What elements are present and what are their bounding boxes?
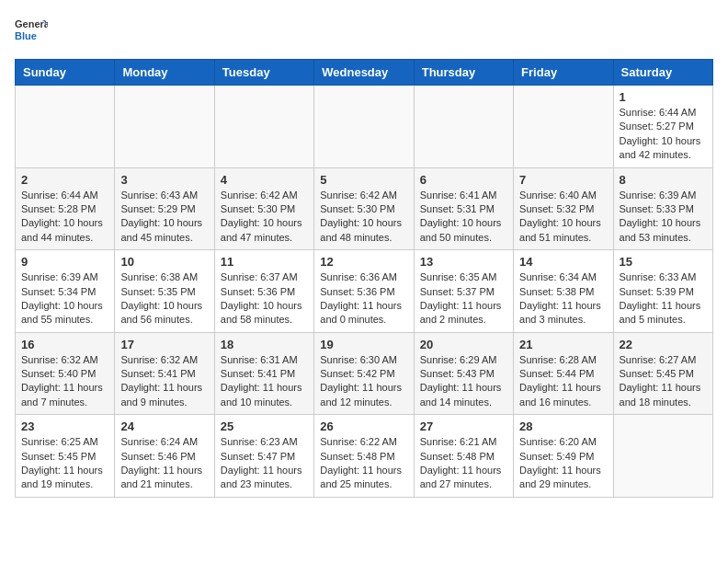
- weekday-header-friday: Friday: [514, 60, 613, 86]
- day-number: 19: [320, 338, 407, 351]
- calendar-cell: 20Sunrise: 6:29 AM Sunset: 5:43 PM Dayli…: [414, 332, 513, 415]
- day-number: 4: [221, 173, 308, 187]
- calendar-cell: [514, 86, 613, 168]
- calendar-cell: [314, 86, 414, 168]
- day-content: Sunrise: 6:25 AM Sunset: 5:45 PM Dayligh…: [21, 435, 108, 492]
- calendar-cell: [16, 86, 115, 168]
- day-content: Sunrise: 6:30 AM Sunset: 5:42 PM Dayligh…: [320, 353, 407, 410]
- day-content: Sunrise: 6:34 AM Sunset: 5:38 PM Dayligh…: [519, 270, 607, 327]
- day-number: 22: [620, 338, 707, 351]
- day-number: 20: [420, 338, 507, 351]
- day-number: 6: [420, 173, 507, 187]
- calendar-cell: 15Sunrise: 6:33 AM Sunset: 5:39 PM Dayli…: [613, 250, 712, 333]
- day-number: 1: [620, 90, 707, 104]
- calendar-header-row: SundayMondayTuesdayWednesdayThursdayFrid…: [16, 60, 713, 86]
- calendar-cell: 17Sunrise: 6:32 AM Sunset: 5:41 PM Dayli…: [115, 332, 214, 415]
- page-header: General Blue: [15, 15, 713, 48]
- calendar-cell: 18Sunrise: 6:31 AM Sunset: 5:41 PM Dayli…: [214, 332, 313, 415]
- day-number: 10: [120, 255, 208, 269]
- day-content: Sunrise: 6:23 AM Sunset: 5:47 PM Dayligh…: [221, 435, 308, 492]
- day-number: 16: [21, 338, 108, 351]
- day-number: 26: [320, 419, 407, 433]
- day-number: 7: [519, 173, 607, 187]
- day-number: 9: [21, 255, 108, 269]
- calendar-cell: 1Sunrise: 6:44 AM Sunset: 5:27 PM Daylig…: [613, 86, 712, 168]
- calendar-cell: 7Sunrise: 6:40 AM Sunset: 5:32 PM Daylig…: [514, 167, 613, 250]
- calendar-week-3: 9Sunrise: 6:39 AM Sunset: 5:34 PM Daylig…: [16, 250, 713, 333]
- day-number: 14: [519, 255, 607, 269]
- weekday-header-thursday: Thursday: [414, 60, 513, 86]
- calendar-cell: 24Sunrise: 6:24 AM Sunset: 5:46 PM Dayli…: [115, 415, 214, 498]
- calendar-cell: 11Sunrise: 6:37 AM Sunset: 5:36 PM Dayli…: [214, 250, 313, 333]
- day-number: 3: [120, 173, 208, 187]
- day-content: Sunrise: 6:42 AM Sunset: 5:30 PM Dayligh…: [320, 189, 407, 246]
- day-content: Sunrise: 6:38 AM Sunset: 5:35 PM Dayligh…: [120, 270, 208, 327]
- day-content: Sunrise: 6:33 AM Sunset: 5:39 PM Dayligh…: [620, 270, 707, 327]
- day-number: 8: [620, 173, 707, 187]
- weekday-header-saturday: Saturday: [613, 60, 712, 86]
- day-number: 15: [620, 255, 707, 269]
- day-content: Sunrise: 6:27 AM Sunset: 5:45 PM Dayligh…: [620, 353, 707, 410]
- calendar-cell: [414, 86, 513, 168]
- weekday-header-tuesday: Tuesday: [214, 60, 313, 86]
- weekday-header-wednesday: Wednesday: [314, 60, 414, 86]
- day-number: 24: [120, 419, 208, 433]
- calendar-cell: 13Sunrise: 6:35 AM Sunset: 5:37 PM Dayli…: [414, 250, 513, 333]
- calendar-cell: 26Sunrise: 6:22 AM Sunset: 5:48 PM Dayli…: [314, 415, 414, 498]
- day-content: Sunrise: 6:24 AM Sunset: 5:46 PM Dayligh…: [120, 435, 208, 492]
- day-content: Sunrise: 6:42 AM Sunset: 5:30 PM Dayligh…: [221, 189, 308, 246]
- day-number: 11: [221, 255, 308, 269]
- calendar-cell: 14Sunrise: 6:34 AM Sunset: 5:38 PM Dayli…: [514, 250, 613, 333]
- calendar-cell: [214, 86, 313, 168]
- svg-text:General: General: [15, 18, 48, 29]
- calendar-cell: 12Sunrise: 6:36 AM Sunset: 5:36 PM Dayli…: [314, 250, 414, 333]
- day-content: Sunrise: 6:32 AM Sunset: 5:40 PM Dayligh…: [21, 353, 108, 410]
- calendar-cell: 5Sunrise: 6:42 AM Sunset: 5:30 PM Daylig…: [314, 167, 414, 250]
- day-content: Sunrise: 6:35 AM Sunset: 5:37 PM Dayligh…: [420, 270, 507, 327]
- calendar-week-5: 23Sunrise: 6:25 AM Sunset: 5:45 PM Dayli…: [16, 415, 713, 498]
- day-number: 13: [420, 255, 507, 269]
- calendar-week-2: 2Sunrise: 6:44 AM Sunset: 5:28 PM Daylig…: [16, 167, 713, 250]
- day-number: 23: [21, 419, 108, 433]
- day-content: Sunrise: 6:28 AM Sunset: 5:44 PM Dayligh…: [519, 353, 607, 410]
- logo: General Blue: [15, 15, 48, 48]
- calendar-cell: 27Sunrise: 6:21 AM Sunset: 5:48 PM Dayli…: [414, 415, 513, 498]
- calendar-cell: 9Sunrise: 6:39 AM Sunset: 5:34 PM Daylig…: [16, 250, 115, 333]
- day-number: 25: [221, 419, 308, 433]
- calendar-cell: 22Sunrise: 6:27 AM Sunset: 5:45 PM Dayli…: [613, 332, 712, 415]
- weekday-header-monday: Monday: [115, 60, 214, 86]
- day-content: Sunrise: 6:32 AM Sunset: 5:41 PM Dayligh…: [120, 353, 208, 410]
- day-content: Sunrise: 6:41 AM Sunset: 5:31 PM Dayligh…: [420, 189, 507, 246]
- day-content: Sunrise: 6:21 AM Sunset: 5:48 PM Dayligh…: [420, 435, 507, 492]
- calendar-cell: [613, 415, 712, 498]
- day-number: 18: [221, 338, 308, 351]
- day-content: Sunrise: 6:44 AM Sunset: 5:27 PM Dayligh…: [620, 106, 707, 163]
- calendar-cell: 16Sunrise: 6:32 AM Sunset: 5:40 PM Dayli…: [16, 332, 115, 415]
- calendar-week-4: 16Sunrise: 6:32 AM Sunset: 5:40 PM Dayli…: [16, 332, 713, 415]
- calendar-cell: 4Sunrise: 6:42 AM Sunset: 5:30 PM Daylig…: [214, 167, 313, 250]
- calendar-cell: 25Sunrise: 6:23 AM Sunset: 5:47 PM Dayli…: [214, 415, 313, 498]
- day-content: Sunrise: 6:39 AM Sunset: 5:34 PM Dayligh…: [21, 270, 108, 327]
- calendar-cell: 19Sunrise: 6:30 AM Sunset: 5:42 PM Dayli…: [314, 332, 414, 415]
- calendar-cell: 8Sunrise: 6:39 AM Sunset: 5:33 PM Daylig…: [613, 167, 712, 250]
- day-content: Sunrise: 6:29 AM Sunset: 5:43 PM Dayligh…: [420, 353, 507, 410]
- svg-text:Blue: Blue: [15, 30, 37, 41]
- day-content: Sunrise: 6:22 AM Sunset: 5:48 PM Dayligh…: [320, 435, 407, 492]
- calendar-cell: 3Sunrise: 6:43 AM Sunset: 5:29 PM Daylig…: [115, 167, 214, 250]
- day-content: Sunrise: 6:43 AM Sunset: 5:29 PM Dayligh…: [120, 189, 208, 246]
- day-number: 5: [320, 173, 407, 187]
- logo-icon: General Blue: [15, 15, 48, 48]
- calendar-cell: 10Sunrise: 6:38 AM Sunset: 5:35 PM Dayli…: [115, 250, 214, 333]
- day-content: Sunrise: 6:31 AM Sunset: 5:41 PM Dayligh…: [221, 353, 308, 410]
- day-content: Sunrise: 6:44 AM Sunset: 5:28 PM Dayligh…: [21, 189, 108, 246]
- weekday-header-sunday: Sunday: [16, 60, 115, 86]
- day-number: 2: [21, 173, 108, 187]
- day-content: Sunrise: 6:40 AM Sunset: 5:32 PM Dayligh…: [519, 189, 607, 246]
- calendar-cell: 6Sunrise: 6:41 AM Sunset: 5:31 PM Daylig…: [414, 167, 513, 250]
- day-content: Sunrise: 6:39 AM Sunset: 5:33 PM Dayligh…: [620, 189, 707, 246]
- day-number: 21: [519, 338, 607, 351]
- day-content: Sunrise: 6:37 AM Sunset: 5:36 PM Dayligh…: [221, 270, 308, 327]
- calendar-cell: [115, 86, 214, 168]
- day-number: 12: [320, 255, 407, 269]
- day-number: 28: [519, 419, 607, 433]
